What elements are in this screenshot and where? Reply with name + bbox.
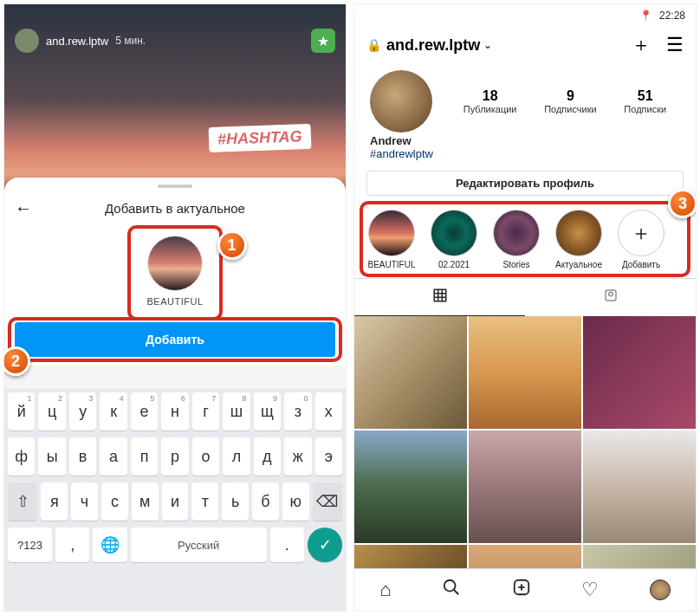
close-friends-star-icon[interactable]: ★: [311, 29, 335, 53]
key-т[interactable]: т: [191, 482, 218, 521]
shift-key[interactable]: ⇧: [8, 482, 37, 521]
key-б[interactable]: б: [252, 482, 279, 521]
key-о[interactable]: о: [192, 437, 219, 476]
profile-stats: 18 Публикации 9 Подписчики 51 Подписки: [450, 88, 680, 114]
key-д[interactable]: д: [254, 437, 281, 476]
highlight-02-2021[interactable]: 02.2021: [429, 210, 479, 269]
key-ь[interactable]: ь: [222, 482, 249, 521]
key-з[interactable]: з0: [284, 392, 311, 430]
keyboard-suggestions[interactable]: [4, 366, 346, 389]
posts-grid: [354, 316, 696, 612]
status-bar: 📍 22:28: [354, 4, 696, 27]
svg-point-1: [608, 292, 612, 296]
highlight-cover[interactable]: [147, 236, 203, 291]
post-thumbnail[interactable]: [469, 316, 581, 429]
key-ч[interactable]: ч: [71, 482, 98, 521]
bottom-nav: ⌂ ♡: [354, 568, 696, 611]
key-ю[interactable]: ю: [282, 482, 309, 521]
add-to-highlight-sheet: ← Добавить в актуальное BEAUTIFUL 1 Доба…: [4, 178, 346, 611]
key-к[interactable]: к4: [100, 392, 126, 430]
key-а[interactable]: а: [100, 437, 126, 476]
nav-home-icon[interactable]: ⌂: [379, 579, 391, 601]
location-icon: 📍: [639, 10, 652, 22]
key-э[interactable]: э: [315, 437, 342, 476]
highlight-add[interactable]: ＋Добавить: [616, 210, 666, 269]
key-в[interactable]: в: [69, 437, 96, 476]
post-thumbnail[interactable]: [469, 430, 581, 543]
highlight-cover-group: BEAUTIFUL 1: [146, 236, 203, 307]
enter-key[interactable]: ✓: [308, 528, 342, 562]
stat-posts[interactable]: 18 Публикации: [463, 88, 517, 114]
highlight-beautiful[interactable]: BEAUTIFUL: [366, 210, 417, 269]
bio-name: Andrew: [370, 134, 680, 147]
period-key[interactable]: .: [270, 528, 304, 562]
key-с[interactable]: с: [101, 482, 128, 521]
tab-tagged[interactable]: [525, 279, 696, 316]
story-time: 5 мин.: [115, 35, 146, 47]
highlight-name-input[interactable]: BEAUTIFUL: [146, 296, 203, 307]
stat-following[interactable]: 51 Подписки: [624, 88, 666, 114]
post-thumbnail[interactable]: [354, 316, 467, 429]
key-у[interactable]: у3: [69, 392, 96, 430]
key-я[interactable]: я: [41, 482, 68, 521]
key-ф[interactable]: ф: [8, 437, 35, 476]
key-ц[interactable]: ц2: [38, 392, 65, 430]
post-thumbnail[interactable]: [583, 316, 696, 429]
key-л[interactable]: л: [223, 437, 250, 476]
tab-grid[interactable]: [354, 279, 525, 316]
key-х[interactable]: х: [315, 392, 342, 430]
chevron-down-icon[interactable]: ⌄: [483, 39, 492, 51]
sheet-drag-handle[interactable]: [158, 184, 192, 188]
nav-profile-avatar[interactable]: [650, 579, 671, 600]
bio-link[interactable]: #andrewlptw: [370, 147, 680, 160]
profile-username[interactable]: and.rew.lptw: [386, 36, 480, 55]
key-г[interactable]: г7: [192, 392, 219, 430]
profile-tabs: [354, 278, 696, 316]
symbols-key[interactable]: ?123: [8, 528, 52, 562]
key-м[interactable]: м: [132, 482, 159, 521]
svg-line-3: [454, 590, 459, 595]
callout-badge-1: 1: [217, 230, 247, 260]
nav-create-icon[interactable]: [512, 578, 531, 602]
grid-icon: [432, 288, 448, 303]
nav-search-icon[interactable]: [442, 578, 461, 602]
story-username[interactable]: and.rew.lptw: [46, 35, 108, 48]
stat-followers[interactable]: 9 Подписчики: [544, 88, 597, 114]
highlight-stories[interactable]: Stories: [491, 210, 541, 269]
key-р[interactable]: р: [161, 437, 188, 476]
svg-point-2: [444, 580, 456, 592]
story-header: and.rew.lptw 5 мин.: [4, 29, 346, 53]
comma-key[interactable]: ,: [55, 528, 89, 562]
keyboard: й1ц2у3к4е5н6г7ш8щ9з0х фывапролджэ ⇧ ячсм…: [4, 389, 346, 611]
language-key[interactable]: 🌐: [93, 528, 126, 562]
highlight-actual[interactable]: Актуальное: [554, 210, 604, 269]
highlights-tray: BEAUTIFUL 02.2021 Stories Актуальное ＋До…: [354, 201, 696, 273]
space-key[interactable]: Русский: [131, 528, 267, 562]
post-thumbnail[interactable]: [583, 430, 696, 543]
tagged-icon: [603, 288, 619, 303]
profile-header: 🔒 and.rew.lptw ⌄ ＋ ☰: [354, 27, 696, 63]
phone-left: and.rew.lptw 5 мин. ★ #HASHTAG ← Добавит…: [3, 3, 347, 612]
status-time: 22:28: [659, 10, 685, 22]
key-й[interactable]: й1: [8, 392, 35, 430]
menu-burger-icon[interactable]: ☰: [666, 34, 684, 56]
key-ы[interactable]: ы: [38, 437, 65, 476]
story-avatar[interactable]: [15, 29, 39, 53]
post-thumbnail[interactable]: [354, 430, 467, 543]
add-button[interactable]: Добавить: [15, 322, 335, 357]
hashtag-sticker[interactable]: #HASHTAG: [209, 124, 312, 152]
key-щ[interactable]: щ9: [254, 392, 281, 430]
key-е[interactable]: е5: [131, 392, 158, 430]
profile-avatar[interactable]: [370, 70, 432, 133]
key-и[interactable]: и: [162, 482, 189, 521]
phone-right: 📍 22:28 🔒 and.rew.lptw ⌄ ＋ ☰ 18 Публикац…: [353, 3, 697, 612]
key-п[interactable]: п: [131, 437, 158, 476]
backspace-key[interactable]: ⌫: [313, 482, 342, 521]
nav-activity-icon[interactable]: ♡: [581, 579, 599, 601]
create-plus-icon[interactable]: ＋: [632, 32, 651, 58]
callout-badge-3: 3: [668, 189, 697, 218]
edit-profile-button[interactable]: Редактировать профиль: [366, 171, 684, 196]
key-н[interactable]: н6: [161, 392, 188, 430]
key-ж[interactable]: ж: [284, 437, 311, 476]
key-ш[interactable]: ш8: [223, 392, 250, 430]
